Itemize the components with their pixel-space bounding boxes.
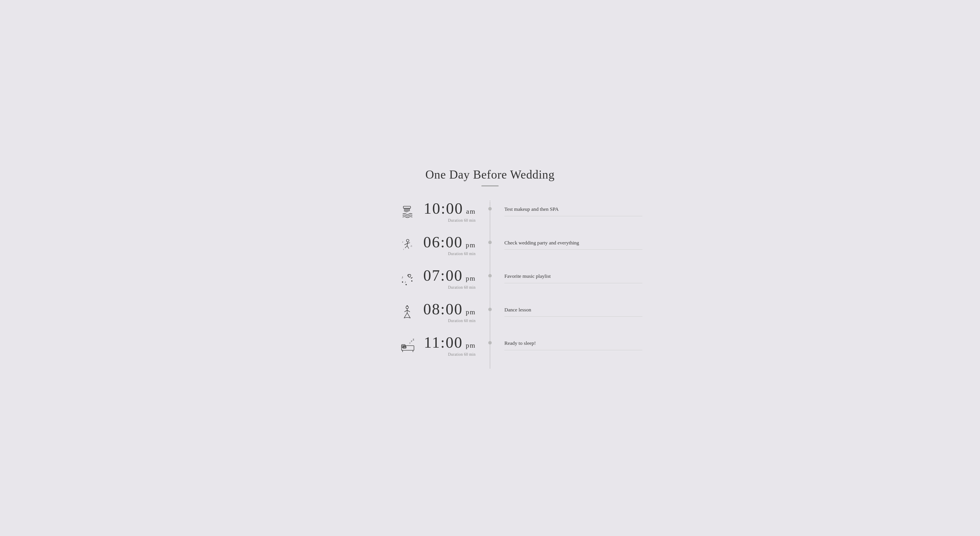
svg-text:♪: ♪ [403, 248, 404, 250]
duration-label-1: Duration 60 min [448, 218, 476, 223]
time-display-1: 10:00 am [423, 201, 476, 216]
svg-point-19 [402, 282, 403, 282]
svg-rect-0 [403, 206, 410, 208]
right-side-3: Favorite music playlist [490, 268, 643, 283]
timeline-item-1: 10:00 am Duration 60 min Test makeup and… [337, 201, 643, 223]
duration-label-4: Duration 60 min [448, 319, 476, 323]
svg-line-10 [407, 246, 409, 248]
time-display-5: 11:00 pm [424, 335, 476, 350]
party-icon: ♪ ♫ ♪ [398, 236, 416, 254]
time-number-5: 11:00 [424, 335, 463, 350]
right-side-5: Ready to sleep! [490, 335, 643, 350]
time-ampm-1: am [466, 208, 476, 215]
time-display-4: 08:00 pm [423, 301, 476, 317]
svg-text:♪: ♪ [401, 275, 403, 279]
timeline: 10:00 am Duration 60 min Test makeup and… [337, 201, 643, 368]
event-description-2: Check wedding party and everything [504, 239, 643, 247]
time-ampm-4: pm [466, 308, 476, 316]
event-separator-5 [504, 350, 643, 350]
timeline-item-3: ♪ ♫ ♪ 07:00 pm Duration 60 min Favorite … [337, 268, 643, 289]
svg-point-27 [407, 306, 408, 307]
svg-text:z: z [409, 341, 410, 344]
svg-line-11 [405, 243, 407, 245]
svg-point-21 [406, 284, 407, 285]
svg-line-9 [405, 246, 407, 248]
svg-text:z: z [413, 338, 414, 341]
timeline-item-5: z z z 11:00 pm Duration 60 min Ready to … [337, 335, 643, 356]
svg-point-20 [412, 280, 412, 281]
time-number-1: 10:00 [423, 201, 463, 216]
svg-text:z: z [411, 339, 412, 343]
center-dot-5 [488, 341, 492, 345]
event-description-1: Test makeup and then SPA [504, 205, 643, 213]
left-side-4: 08:00 pm Duration 60 min [337, 301, 490, 323]
time-ampm-2: pm [466, 241, 476, 249]
duration-label-3: Duration 60 min [448, 285, 476, 290]
spa-icon [398, 203, 417, 221]
time-area-5: 11:00 pm Duration 60 min [424, 335, 476, 356]
duration-label-5: Duration 60 min [448, 352, 476, 357]
duration-label-2: Duration 60 min [448, 251, 476, 256]
timeline-item-4: 08:00 pm Duration 60 min Dance lesson [337, 301, 643, 323]
time-area-1: 10:00 am Duration 60 min [423, 201, 476, 223]
sleep-icon: z z z [399, 336, 417, 355]
time-number-2: 06:00 [423, 234, 463, 250]
time-area-4: 08:00 pm Duration 60 min [423, 301, 476, 323]
page-wrapper: One Day Before Wedding 10:00 am Dur [332, 156, 648, 380]
svg-line-25 [405, 310, 407, 312]
svg-point-7 [406, 239, 409, 242]
right-side-4: Dance lesson [490, 301, 643, 317]
left-side-1: 10:00 am Duration 60 min [337, 201, 490, 223]
time-display-2: 06:00 pm [423, 234, 476, 250]
left-side-3: ♪ ♫ ♪ 07:00 pm Duration 60 min [337, 268, 490, 289]
event-separator-3 [504, 283, 643, 283]
music-icon: ♪ ♫ ♪ [398, 270, 416, 288]
center-dot-1 [488, 207, 492, 210]
event-separator-4 [504, 316, 643, 317]
title-divider [481, 186, 499, 186]
event-description-3: Favorite music playlist [504, 272, 643, 280]
event-description-4: Dance lesson [504, 306, 643, 313]
svg-text:♫: ♫ [410, 245, 412, 247]
time-number-3: 07:00 [423, 268, 463, 283]
time-number-4: 08:00 [423, 301, 463, 317]
time-ampm-5: pm [466, 342, 476, 349]
left-side-2: ♪ ♫ ♪ 06:00 pm Duration 60 min [337, 234, 490, 256]
center-dot-3 [488, 274, 492, 277]
svg-text:♪: ♪ [405, 280, 406, 283]
time-ampm-3: pm [466, 275, 476, 282]
center-dot-2 [488, 241, 492, 244]
time-area-2: 06:00 pm Duration 60 min [423, 234, 476, 256]
left-side-5: z z z 11:00 pm Duration 60 min [337, 335, 490, 356]
center-dot-4 [488, 308, 492, 311]
time-area-3: 07:00 pm Duration 60 min [423, 268, 476, 289]
svg-line-26 [407, 310, 410, 312]
time-display-3: 07:00 pm [423, 268, 476, 283]
svg-line-8 [407, 242, 408, 246]
svg-text:♪: ♪ [402, 240, 403, 243]
right-side-1: Test makeup and then SPA [490, 201, 643, 216]
right-side-2: Check wedding party and everything [490, 234, 643, 250]
timeline-item-2: ♪ ♫ ♪ 06:00 pm Duration 60 min Check wed… [337, 234, 643, 256]
event-separator-2 [504, 249, 643, 250]
dance-icon [398, 303, 416, 321]
event-description-5: Ready to sleep! [504, 339, 643, 347]
page-title: One Day Before Wedding [337, 168, 643, 181]
